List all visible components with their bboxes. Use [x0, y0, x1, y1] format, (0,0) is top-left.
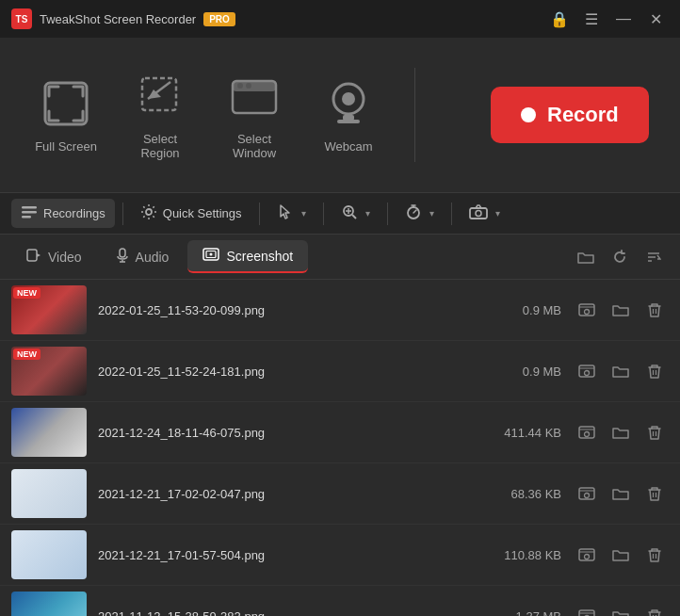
- file-name-0: 2022-01-25_11-53-20-099.png: [98, 303, 465, 317]
- camera-tool-menu-item[interactable]: ▾: [460, 199, 510, 228]
- svg-point-22: [476, 211, 481, 217]
- webcam-icon: [322, 77, 375, 130]
- select-region-label: Select Region: [122, 132, 198, 160]
- file-thumbnail-3: [11, 469, 87, 518]
- file-row-1[interactable]: NEW 2022-01-25_11-52-24-181.png 0.9 MB: [0, 341, 680, 402]
- sort-button[interactable]: [639, 242, 669, 272]
- menu-bar: Recordings Quick Settings ▾: [0, 193, 680, 235]
- select-region-button[interactable]: Select Region: [113, 54, 207, 176]
- menu-separator-4: [387, 203, 388, 225]
- file-folder-btn-3[interactable]: [607, 479, 635, 508]
- file-folder-btn-5[interactable]: [607, 602, 635, 616]
- file-list: NEW 2022-01-25_11-53-20-099.png 0.9 MB: [0, 280, 680, 616]
- svg-rect-11: [22, 206, 37, 209]
- zoom-tool-arrow: ▾: [365, 208, 370, 219]
- screenshot-tab-label: Screenshot: [226, 249, 293, 264]
- file-row-5[interactable]: 2021-11-12_15-38-59-382.png 1.37 MB: [0, 586, 680, 616]
- title-controls: 🔒 ☰ — ✕: [546, 6, 669, 32]
- file-row-2[interactable]: 2021-12-24_18-11-46-075.png 411.44 KB: [0, 402, 680, 463]
- svg-line-20: [413, 210, 416, 213]
- cursor-tool-menu-item[interactable]: ▾: [267, 198, 316, 229]
- tabs-bar: Video Audio Screenshot: [0, 235, 680, 280]
- tab-video[interactable]: Video: [11, 240, 97, 273]
- svg-point-51: [585, 493, 590, 497]
- file-thumbnail-5: [11, 592, 87, 616]
- timer-tool-menu-item[interactable]: ▾: [396, 198, 444, 229]
- toolbar: Full Screen Select Region Select Window: [0, 38, 680, 193]
- menu-separator-1: [122, 203, 123, 225]
- cursor-icon: [277, 203, 294, 223]
- file-delete-btn-2[interactable]: [640, 418, 669, 446]
- file-row-0[interactable]: NEW 2022-01-25_11-53-20-099.png 0.9 MB: [0, 280, 680, 341]
- screenshot-tab-icon: [202, 248, 219, 264]
- file-name-1: 2022-01-25_11-52-24-181.png: [98, 365, 465, 379]
- full-screen-button[interactable]: Full Screen: [19, 54, 113, 176]
- title-left: TS TweakShot Screen Recorder PRO: [11, 8, 235, 29]
- svg-point-56: [585, 554, 590, 559]
- refresh-button[interactable]: [605, 242, 635, 272]
- file-folder-btn-0[interactable]: [607, 296, 635, 324]
- svg-point-6: [246, 83, 251, 89]
- menu-button[interactable]: ☰: [578, 6, 605, 32]
- file-name-2: 2021-12-24_18-11-46-075.png: [98, 426, 465, 440]
- quick-settings-icon: [140, 203, 157, 223]
- file-delete-btn-1[interactable]: [640, 357, 669, 385]
- select-region-icon: [134, 70, 186, 122]
- record-button[interactable]: Record: [491, 87, 649, 143]
- file-name-5: 2021-11-12_15-38-59-382.png: [98, 609, 465, 617]
- recordings-label: Recordings: [43, 206, 105, 220]
- svg-marker-24: [37, 253, 40, 257]
- file-delete-btn-3[interactable]: [640, 479, 669, 508]
- zoom-tool-menu-item[interactable]: ▾: [332, 198, 380, 229]
- file-preview-btn-5[interactable]: [573, 602, 601, 616]
- select-window-label: Select Window: [217, 132, 292, 160]
- close-button[interactable]: ✕: [642, 6, 669, 32]
- svg-rect-13: [22, 216, 31, 219]
- svg-point-14: [146, 209, 152, 215]
- timer-tool-arrow: ▾: [429, 208, 434, 219]
- quick-settings-menu-item[interactable]: Quick Settings: [131, 198, 251, 229]
- svg-point-46: [585, 431, 590, 436]
- file-folder-btn-1[interactable]: [607, 357, 635, 385]
- file-preview-btn-3[interactable]: [573, 479, 601, 508]
- file-preview-btn-0[interactable]: [573, 296, 601, 324]
- file-name-4: 2021-12-21_17-01-57-504.png: [98, 548, 465, 562]
- file-name-3: 2021-12-21_17-02-02-047.png: [98, 487, 465, 501]
- file-actions-5: [573, 602, 669, 616]
- app-logo: TS: [11, 8, 32, 29]
- file-delete-btn-4[interactable]: [640, 541, 669, 569]
- file-folder-btn-2[interactable]: [607, 418, 635, 446]
- video-tab-icon: [26, 249, 41, 265]
- svg-rect-0: [45, 83, 87, 124]
- file-preview-btn-2[interactable]: [573, 418, 601, 446]
- open-folder-button[interactable]: [571, 242, 601, 272]
- file-folder-btn-4[interactable]: [607, 541, 635, 569]
- file-row-3[interactable]: 2021-12-21_17-02-02-047.png 68.36 KB: [0, 463, 680, 525]
- file-delete-btn-5[interactable]: [640, 602, 669, 616]
- audio-tab-label: Audio: [136, 250, 170, 265]
- select-window-icon: [228, 70, 281, 122]
- file-delete-btn-0[interactable]: [640, 296, 669, 324]
- record-label: Record: [547, 103, 619, 127]
- file-size-5: 1.37 MB: [477, 609, 561, 617]
- tabs-right: [571, 242, 669, 272]
- tab-screenshot[interactable]: Screenshot: [187, 240, 308, 273]
- minimize-button[interactable]: —: [610, 6, 637, 32]
- file-row-4[interactable]: 2021-12-21_17-01-57-504.png 110.88 KB: [0, 525, 680, 586]
- file-preview-btn-4[interactable]: [573, 541, 601, 569]
- menu-separator-5: [451, 203, 452, 225]
- file-size-4: 110.88 KB: [477, 548, 561, 562]
- file-thumbnail-4: [11, 530, 87, 579]
- webcam-button[interactable]: Webcam: [301, 54, 396, 176]
- webcam-label: Webcam: [324, 139, 372, 154]
- file-preview-btn-1[interactable]: [573, 357, 601, 385]
- lock-button[interactable]: 🔒: [546, 6, 573, 32]
- file-size-1: 0.9 MB: [477, 365, 561, 379]
- file-size-0: 0.9 MB: [477, 303, 561, 317]
- recordings-menu-item[interactable]: Recordings: [11, 199, 115, 228]
- select-window-button[interactable]: Select Window: [207, 54, 301, 176]
- tab-audio[interactable]: Audio: [101, 240, 185, 273]
- svg-point-30: [210, 253, 213, 256]
- audio-tab-icon: [116, 248, 129, 266]
- zoom-icon: [341, 203, 358, 223]
